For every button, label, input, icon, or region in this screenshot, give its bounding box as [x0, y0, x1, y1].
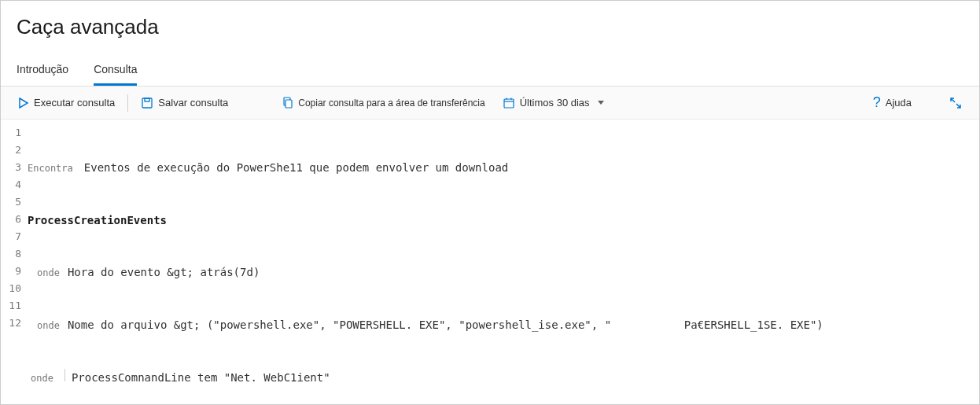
help-label: Ajuda — [886, 97, 912, 109]
query-editor[interactable]: 1 2 3 4 5 6 7 8 9 10 11 12 EncontraEvent… — [1, 120, 979, 405]
svg-rect-2 — [145, 98, 149, 101]
copy-query-label: Copiar consulta para a área de transferê… — [298, 98, 484, 109]
code-text: Eventos de execução do PowerShe11 que po… — [84, 159, 508, 176]
token-where: onde — [31, 370, 53, 387]
line-number: 12 — [1, 315, 21, 332]
token-find: Encontra — [28, 160, 73, 177]
expand-icon — [949, 97, 962, 109]
token-where: onde — [37, 317, 60, 334]
line-number: 7 — [1, 228, 21, 245]
token-where: onde — [37, 264, 60, 282]
pipe-icon — [64, 369, 65, 381]
line-number: 10 — [1, 280, 21, 297]
line-number: 6 — [1, 211, 21, 228]
code-text: Hora do evento &gt; atrás(7d) — [68, 263, 260, 281]
help-button[interactable]: ? Ajuda — [867, 91, 918, 114]
tabs: Introdução Consulta — [1, 46, 979, 87]
line-number: 11 — [1, 297, 21, 315]
line-number: 1 — [1, 124, 21, 142]
run-query-label: Executar consulta — [34, 97, 115, 109]
save-icon — [141, 97, 153, 109]
svg-rect-4 — [286, 100, 292, 108]
copy-query-button[interactable]: Copiar consulta para a área de transferê… — [275, 94, 491, 112]
date-range-button[interactable]: Últimos 30 dias — [496, 94, 610, 112]
svg-marker-0 — [20, 98, 28, 108]
play-icon — [18, 98, 29, 109]
code-area[interactable]: EncontraEventos de execução do PowerShe1… — [28, 124, 979, 405]
svg-rect-5 — [504, 99, 514, 108]
save-query-button[interactable]: Salvar consulta — [134, 94, 234, 112]
expand-button[interactable] — [943, 94, 968, 112]
calendar-icon — [503, 97, 515, 109]
table-name: ProcessCreationEvents — [28, 212, 167, 229]
save-query-label: Salvar consulta — [158, 97, 228, 109]
page-title: Caça avançada — [1, 1, 979, 46]
chevron-down-icon — [598, 101, 604, 105]
tab-intro[interactable]: Introdução — [17, 63, 68, 86]
code-text: Nome do arquivo &gt; ("powershell.exe", … — [68, 316, 823, 333]
line-number: 9 — [1, 263, 21, 280]
date-range-label: Últimos 30 dias — [520, 97, 590, 109]
line-number: 3 — [1, 159, 21, 176]
line-number: 4 — [1, 176, 21, 193]
code-text: ProcessComnandLine tem "Net. WebC1ient" — [72, 369, 330, 386]
gutter: 1 2 3 4 5 6 7 8 9 10 11 12 — [1, 124, 28, 405]
copy-icon — [282, 97, 293, 109]
line-number: 8 — [1, 245, 21, 263]
tab-query[interactable]: Consulta — [94, 63, 137, 86]
svg-rect-1 — [142, 98, 152, 108]
toolbar-divider — [127, 94, 128, 112]
toolbar: Executar consulta Salvar consulta Copiar… — [1, 87, 979, 120]
run-query-button[interactable]: Executar consulta — [12, 94, 121, 112]
line-number: 5 — [1, 193, 21, 211]
help-icon: ? — [873, 94, 881, 111]
line-number: 2 — [1, 142, 21, 159]
